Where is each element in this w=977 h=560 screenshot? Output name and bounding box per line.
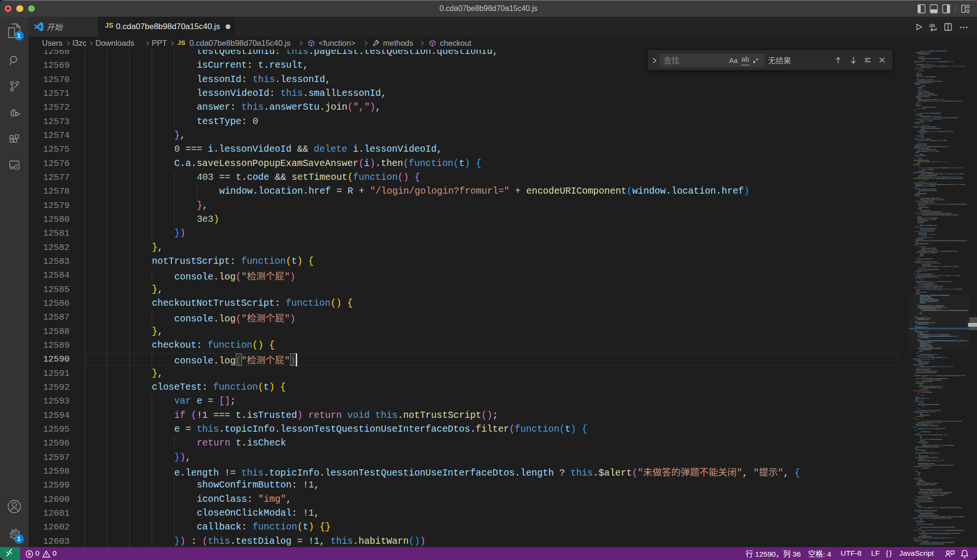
svg-text:ab: ab <box>929 23 935 28</box>
